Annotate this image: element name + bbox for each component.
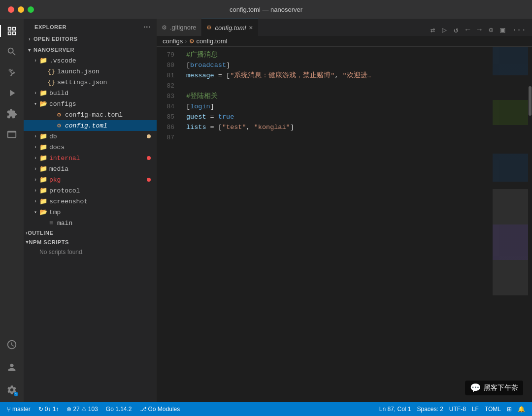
internal-arrow — [32, 154, 39, 162]
tab-gitignore-label: .gitignore — [170, 24, 196, 31]
sb-remote-icon[interactable]: ⊞ — [504, 406, 515, 413]
more-actions-button[interactable]: ··· — [510, 25, 528, 35]
tab-close-button[interactable]: × — [249, 24, 253, 32]
breadcrumb-sep: › — [185, 37, 187, 45]
docs-folder-icon: 📁 — [39, 143, 47, 151]
tree-item-screenshot[interactable]: 📁 screenshot — [24, 196, 157, 207]
db-arrow — [32, 132, 39, 140]
tree-item-media[interactable]: 📁 media — [24, 163, 157, 174]
undo-button[interactable]: ↺ — [452, 24, 461, 36]
activity-extensions[interactable] — [3, 105, 20, 122]
sb-go-version[interactable]: Go 1.14.2 — [103, 402, 135, 416]
sync-icon: ↻ — [38, 406, 43, 413]
tree-item-internal[interactable]: 📁 internal — [24, 153, 157, 163]
sb-line-ending[interactable]: LF — [469, 406, 482, 413]
main-arrow — [39, 219, 47, 227]
pkg-badge — [147, 178, 151, 182]
tree-item-launch[interactable]: {} launch.json — [24, 66, 157, 77]
activity-timeline[interactable] — [3, 336, 20, 353]
sb-language[interactable]: TOML — [482, 406, 504, 413]
back-button[interactable]: ← — [464, 25, 472, 35]
tree-item-main[interactable]: ≡ main — [24, 218, 157, 228]
minimize-button[interactable] — [18, 6, 24, 13]
sb-go-label: Go 1.14.2 — [106, 406, 132, 413]
sb-notifications[interactable]: 🔔 — [515, 406, 528, 413]
sb-sync[interactable]: ↻ 0↓ 1↑ — [35, 402, 62, 416]
open-editors-section[interactable]: Open Editors — [24, 33, 157, 44]
activity-run[interactable] — [3, 85, 20, 101]
tree-item-vscode[interactable]: 📁 .vscode — [24, 55, 157, 66]
activity-explorer[interactable] — [3, 23, 20, 39]
activity-search[interactable] — [3, 43, 20, 60]
sb-encoding[interactable]: UTF-8 — [446, 406, 469, 413]
maximize-button[interactable] — [28, 6, 34, 13]
split-editor-button[interactable]: ⇄ — [429, 24, 437, 36]
build-arrow — [32, 89, 39, 97]
sb-branch[interactable]: ⑂ master — [4, 402, 33, 416]
activity-source-control[interactable] — [3, 64, 20, 81]
tree-item-settings[interactable]: {} settings.json — [24, 77, 157, 88]
sb-modules-label: Go Modules — [148, 406, 180, 413]
activity-account[interactable] — [3, 359, 20, 376]
sb-spaces[interactable]: Spaces: 2 — [414, 406, 446, 413]
tree-item-docs[interactable]: 📁 docs — [24, 142, 157, 153]
activity-settings[interactable]: 1 — [3, 382, 20, 398]
error-icon: ⊗ — [66, 406, 71, 413]
code-line-84: [login] — [186, 101, 493, 112]
tree-item-protocol[interactable]: 📁 protocol — [24, 185, 157, 196]
code-line-87 — [186, 132, 493, 143]
line-numbers: 79 80 81 82 83 84 85 86 87 — [157, 47, 179, 402]
breadcrumb-file-icon: ⚙ — [189, 38, 195, 45]
pkg-arrow — [32, 176, 39, 184]
nanoserver-section[interactable]: Nanoserver — [24, 44, 157, 55]
tree-item-config-mac[interactable]: ⚙ config-mac.toml — [24, 109, 157, 120]
scrollbar-track[interactable] — [528, 47, 532, 402]
code-line-83: #登陆相关 — [186, 91, 493, 101]
editor-content: 79 80 81 82 83 84 85 86 87 #广播消息 [broadc… — [157, 47, 532, 402]
activity-remote[interactable] — [3, 126, 20, 143]
db-badge — [147, 134, 151, 138]
scrollbar-thumb[interactable] — [529, 86, 532, 116]
open-preview-button[interactable]: ⊙ — [487, 24, 496, 36]
code-line-80: [broadcast] — [186, 60, 493, 70]
minimap-viewport — [493, 189, 528, 296]
sb-le-label: LF — [472, 406, 479, 413]
screenshot-folder-icon: 📁 — [39, 197, 47, 205]
tmp-folder-icon: 📂 — [39, 208, 47, 216]
sb-go-modules[interactable]: ⎇ Go Modules — [137, 402, 183, 416]
no-scripts-label: No scripts found. — [24, 247, 157, 257]
tree-item-configs[interactable]: 📂 configs — [24, 98, 157, 109]
code-line-81: message = ["系统消息：健康游戏，禁止赌博", "欢迎进… — [186, 70, 493, 81]
sb-errors[interactable]: ⊗ 27 ⚠ 103 — [64, 402, 100, 416]
outline-section[interactable]: Outline — [24, 228, 157, 237]
run-button[interactable]: ▷ — [440, 24, 449, 36]
tab-config-toml[interactable]: ⚙ config.toml × — [201, 19, 258, 36]
tree-item-config-toml[interactable]: ⚙ config.toml — [24, 120, 157, 131]
sb-position[interactable]: Ln 87, Col 1 — [376, 406, 414, 413]
vscode-arrow — [32, 57, 39, 64]
tree-item-tmp[interactable]: 📂 tmp — [24, 207, 157, 218]
close-button[interactable] — [8, 6, 14, 13]
tree-item-build[interactable]: 📁 build — [24, 88, 157, 98]
breadcrumb-configs[interactable]: configs — [163, 37, 183, 45]
editor-area: ⚙ .gitignore ⚙ config.toml × ⇄ ▷ ↺ ← → ⊙… — [157, 19, 532, 402]
main-layout: 1 Explorer ··· Open Editors Nanoserver 📁… — [0, 19, 532, 402]
tree-item-db[interactable]: 📁 db — [24, 131, 157, 142]
sb-position-label: Ln 87, Col 1 — [379, 406, 411, 413]
tab-gitignore[interactable]: ⚙ .gitignore — [157, 19, 201, 36]
forward-button[interactable]: → — [475, 25, 484, 35]
breadcrumb-file[interactable]: config.toml — [197, 37, 228, 45]
sb-warnings-label: 103 — [88, 406, 98, 413]
split-right-button[interactable]: ▣ — [499, 24, 507, 36]
branch-icon: ⑂ — [7, 406, 11, 413]
wechat-watermark: 💬 黑客下午茶 — [465, 381, 523, 395]
breadcrumb: configs › ⚙ config.toml — [157, 36, 532, 47]
protocol-arrow — [32, 187, 39, 194]
npm-scripts-section[interactable]: NPM Scripts — [24, 237, 157, 247]
minimap — [493, 47, 528, 402]
tree-item-pkg[interactable]: 📁 pkg — [24, 174, 157, 185]
explorer-menu[interactable]: ··· — [143, 23, 151, 32]
code-editor[interactable]: #广播消息 [broadcast] message = ["系统消息：健康游戏，… — [179, 47, 493, 402]
internal-badge — [147, 156, 151, 160]
window-title: config.toml — nanoserver — [230, 6, 302, 13]
